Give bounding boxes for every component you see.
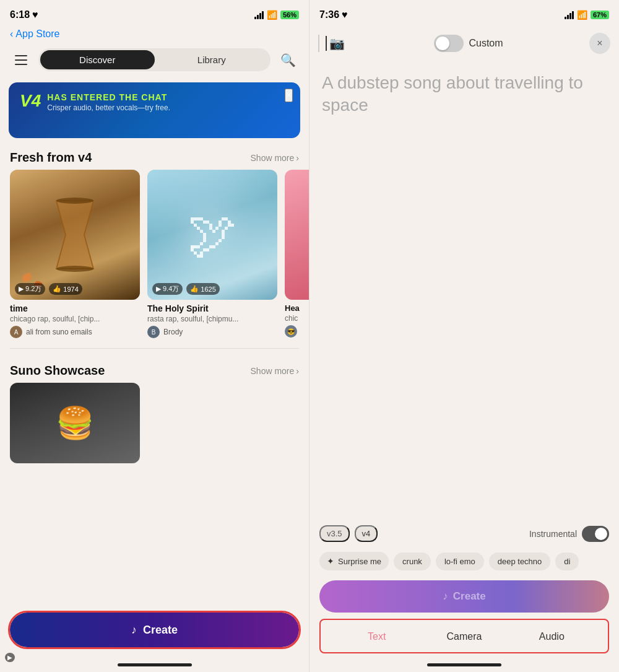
- showcase-card-1[interactable]: 🍔: [10, 383, 140, 463]
- play-icon: ▶: [19, 285, 24, 293]
- create-btn-area-left: ♪ Create: [0, 605, 309, 660]
- app-store-back[interactable]: ‹ App Store: [0, 27, 309, 43]
- card-1-author-name: ali from suno emails: [26, 328, 92, 336]
- card-3-name: Hea: [285, 303, 309, 313]
- chevron-right-showcase-icon: ›: [296, 366, 299, 376]
- card-3-thumb: ▶: [285, 170, 309, 300]
- signal-bar-r2: [567, 15, 569, 19]
- card-2-desc: rasta rap, soulful, [chipmu...: [147, 315, 277, 323]
- banner-close-button[interactable]: ×: [285, 89, 293, 102]
- signal-bar-r4: [572, 11, 574, 19]
- card-1[interactable]: ▶ 9.2万 👍 1974 time chicago rap, soulful,…: [10, 170, 140, 338]
- battery-left: 56%: [280, 11, 299, 19]
- fresh-section-title: Fresh from v4: [10, 151, 92, 165]
- right-panel: 7:36 ♥ 📶 67% 📷 Custom ×: [310, 0, 619, 672]
- signal-bars-left: [254, 11, 264, 19]
- card-3[interactable]: ▶ Hea chic 😎: [285, 170, 309, 338]
- dove-image: 🕊: [147, 170, 277, 300]
- left-panel: 6:18 ♥ 📶 56% ‹ App Store Discover Librar: [0, 0, 310, 672]
- version-row: v3.5 v4 Instrumental: [310, 519, 619, 548]
- genre-tag-lofi[interactable]: lo-fi emo: [436, 552, 484, 570]
- version-v4-button[interactable]: v4: [355, 525, 378, 542]
- tab-text[interactable]: Text: [333, 626, 420, 647]
- status-icons-right: 📶 67%: [565, 10, 609, 20]
- genre-tag-extra[interactable]: di: [555, 552, 579, 570]
- svg-point-1: [56, 198, 93, 204]
- status-bar-right: 7:36 ♥ 📶 67%: [310, 0, 619, 27]
- create-label-left: Create: [143, 624, 178, 637]
- nav-bar-left: Discover Library 🔍: [0, 43, 309, 76]
- genre-tag-crunk[interactable]: crunk: [394, 552, 431, 570]
- genre-tag-deep-techno[interactable]: deep techno: [489, 552, 551, 570]
- create-button-left[interactable]: ♪ Create: [10, 613, 299, 647]
- custom-toggle[interactable]: [434, 35, 464, 52]
- home-bar-right: [427, 663, 501, 666]
- signal-bars-right: [565, 11, 574, 19]
- show-more-fresh-button[interactable]: Show more ›: [251, 153, 299, 163]
- tags-row: ✦ Surprise me crunk lo-fi emo deep techn…: [310, 548, 619, 574]
- prompt-area[interactable]: A dubstep song about travelling to space: [310, 59, 619, 519]
- tab-audio[interactable]: Audio: [508, 626, 595, 647]
- surprise-icon: ✦: [327, 556, 334, 566]
- tab-camera[interactable]: Camera: [420, 626, 508, 647]
- showcase-section-header: Suno Showcase Show more ›: [0, 357, 309, 383]
- show-more-showcase-label: Show more: [251, 366, 295, 376]
- banner-title: HAS ENTERED THE CHAT: [47, 92, 170, 102]
- tab-group: Discover Library: [38, 48, 271, 71]
- signal-bar-1: [254, 17, 256, 19]
- camera-nav-area: 📷: [318, 32, 348, 55]
- card-2-likes-count: 1625: [201, 286, 215, 293]
- instrumental-row: Instrumental: [529, 526, 609, 542]
- status-icons-left: 📶 56%: [254, 10, 299, 20]
- home-indicator-right: [310, 660, 619, 672]
- card-2-author: B Brody: [147, 326, 277, 338]
- card-2[interactable]: 🕊 ▶ 9.4万 👍 1625 The Holy Spirit rasta: [147, 170, 277, 338]
- version-v35-button[interactable]: v3.5: [319, 525, 350, 542]
- card-3-author: 😎: [285, 325, 309, 338]
- search-button[interactable]: 🔍: [277, 49, 299, 71]
- menu-button[interactable]: [10, 49, 32, 71]
- app-store-label: App Store: [15, 28, 59, 40]
- instrumental-toggle-thumb: [595, 528, 607, 540]
- svg-point-2: [56, 266, 93, 272]
- signal-bar-4: [262, 11, 264, 19]
- tab-library[interactable]: Library: [155, 50, 269, 69]
- card-2-avatar: B: [147, 326, 160, 338]
- music-note-icon-left: ♪: [131, 624, 137, 637]
- heart-icon-left: ♥: [32, 9, 38, 20]
- hourglass-image: [10, 170, 140, 300]
- camera-button[interactable]: 📷: [326, 32, 348, 55]
- card-1-avatar: A: [10, 326, 22, 338]
- custom-toggle-container: Custom: [355, 35, 582, 52]
- svg-marker-0: [56, 201, 93, 269]
- close-button[interactable]: ×: [589, 33, 610, 54]
- prompt-text: A dubstep song about travelling to space: [322, 72, 607, 117]
- instrumental-label: Instrumental: [529, 529, 577, 539]
- create-button-right[interactable]: ♪ Create: [319, 580, 609, 613]
- nav-divider: [318, 35, 319, 52]
- home-bar-left: [118, 663, 192, 666]
- card-1-plays-count: 9.2万: [25, 284, 41, 294]
- instrumental-toggle[interactable]: [582, 526, 609, 542]
- show-more-showcase-button[interactable]: Show more ›: [251, 366, 299, 376]
- menu-line-2: [15, 59, 27, 61]
- card-2-author-name: Brody: [163, 328, 183, 336]
- wifi-icon-right: 📶: [577, 10, 587, 20]
- time-right: 7:36 ♥: [319, 9, 348, 20]
- banner: V4 HAS ENTERED THE CHAT Crisper audio, b…: [9, 82, 300, 138]
- menu-line-3: [15, 64, 27, 65]
- banner-logo: V4: [20, 92, 41, 110]
- showcase-section: Suno Showcase Show more › 🍔: [0, 349, 309, 463]
- bottom-tabs: Text Camera Audio: [319, 619, 609, 653]
- battery-right: 67%: [591, 11, 609, 19]
- dove-glow: [147, 170, 277, 300]
- card-2-likes: 👍 1625: [186, 283, 219, 295]
- surprise-me-button[interactable]: ✦ Surprise me: [319, 552, 389, 570]
- custom-toggle-label: Custom: [469, 38, 503, 49]
- search-icon: 🔍: [280, 53, 296, 68]
- right-nav: 📷 Custom ×: [310, 27, 619, 59]
- like-icon-2: 👍: [190, 285, 199, 293]
- card-2-thumb: 🕊 ▶ 9.4万 👍 1625: [147, 170, 277, 300]
- card-1-name: time: [10, 303, 140, 313]
- tab-discover[interactable]: Discover: [40, 50, 155, 69]
